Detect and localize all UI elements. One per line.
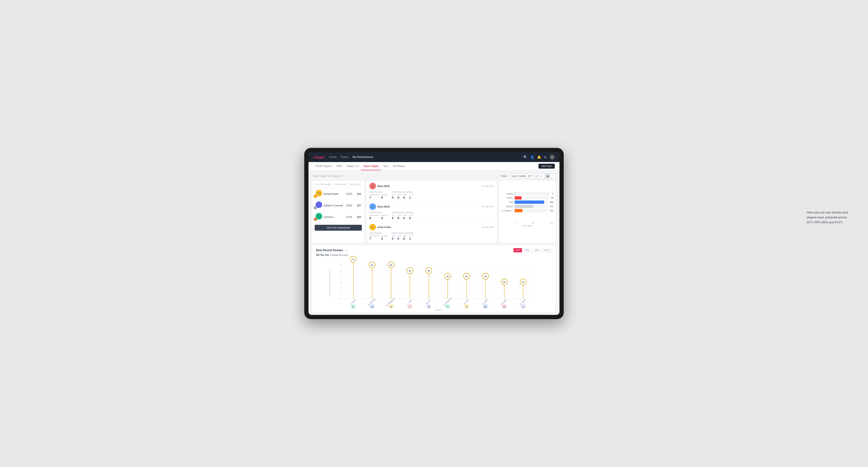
player-name: Josh Coles (377, 226, 480, 228)
player-score: 18/20 (345, 204, 353, 207)
avatar-wrapper: EC 2 (316, 201, 322, 210)
add-team-button[interactable]: Add Team (538, 164, 555, 168)
arg-val: 0 (403, 237, 407, 240)
nav-links: Home Teams My Performance (329, 154, 519, 160)
view-full-leaderboard-button[interactable]: View Full Leaderboard (315, 225, 362, 231)
subnav-all-players[interactable]: All Players (391, 162, 408, 170)
show-controls: Show Last 3 months ⊞ ≡ ▦ ⋮ (501, 173, 556, 179)
circle-icon[interactable]: ⊕ (544, 155, 547, 159)
app-val: 0 (398, 237, 401, 240)
svg-text:2: 2 (340, 286, 341, 289)
team-title: Team Clippd 14 Players ✎ (312, 175, 344, 178)
svg-text:6: 6 (340, 264, 341, 266)
player-score: 17/20 (345, 216, 353, 218)
subnav-team-clippd[interactable]: Team Clippd (361, 162, 381, 170)
bar-label: Eagles (501, 192, 513, 195)
person-icon[interactable]: 👤 (530, 155, 534, 159)
player-avg: 103 (355, 216, 361, 218)
app-val: 0 (398, 196, 401, 199)
streak-filter-buttons: OTT APP ARG PUTT (514, 248, 552, 252)
player-score: 19/20 (345, 193, 353, 195)
putt-val: 0 (409, 216, 414, 220)
table-row[interactable]: EC 2 Edward Crossman 18/20 107 (315, 200, 362, 211)
subnav-hcaps[interactable]: Hcaps 1-5 (344, 162, 361, 170)
bar-fill (515, 200, 544, 204)
show-label: Show (501, 175, 507, 177)
chart-panel: Eagles 3 Birdies 96 (499, 181, 556, 243)
player-date: 02 Sep 2023 (482, 185, 494, 187)
player-card: RB Rees Britt 02 Sep 2023 Total Rounds T… (367, 201, 497, 222)
bar-value: 499 (550, 201, 553, 203)
nav-teams[interactable]: Teams (340, 154, 349, 160)
user-avatar[interactable]: U (550, 154, 555, 160)
period-select[interactable]: Last 3 months (509, 174, 532, 178)
bar-row-bogeys: Bogeys 311 (501, 205, 553, 208)
app-logo: clippd (313, 155, 324, 159)
players-count: 14 Players (328, 175, 340, 177)
player-card: JC Josh Coles 26 Aug 2023 Total Rounds T… (367, 222, 497, 243)
tablet-frame: clippd Home Teams My Performance 🔍 👤 🔔 ⊕… (304, 148, 564, 319)
subnav-pga[interactable]: PGA (334, 162, 344, 170)
svg-text:5x: 5x (428, 270, 430, 272)
app-val: 0 (398, 216, 401, 220)
search-icon[interactable]: 🔍 (523, 155, 527, 159)
ott-val: 0 (392, 196, 396, 199)
lb-col-player: PLAYER NAME (316, 183, 331, 186)
panels-row: PLAYER NAME PB SCORE PB AVG SQ RB 1 Rich… (312, 181, 556, 243)
svg-text:5: 5 (340, 270, 341, 272)
grid-view-button[interactable]: ⊞ (533, 173, 539, 179)
bar-value: 3 (552, 192, 553, 195)
filter-arg-button[interactable]: ARG (532, 248, 541, 252)
bar-value: 311 (550, 205, 553, 208)
table-view-button[interactable]: ⋮ (551, 173, 556, 179)
bar-value: 96 (551, 197, 553, 199)
subnav-tour[interactable]: Tour (381, 162, 391, 170)
tournament-val: 7 (369, 237, 379, 240)
nav-home[interactable]: Home (329, 154, 337, 160)
nav-bar: clippd Home Teams My Performance 🔍 👤 🔔 ⊕… (309, 152, 559, 162)
rounds-label: Total Rounds (369, 211, 388, 214)
streak-chart: Best Streak, Fairway Accuracy 0 1 2 (316, 259, 552, 308)
player-avg: 110 (355, 193, 361, 195)
nav-my-performance[interactable]: My Performance (352, 154, 373, 160)
nav-icons: 🔍 👤 🔔 ⊕ U (523, 154, 555, 160)
svg-text:4x: 4x (446, 275, 449, 278)
bar-row-eagles: Eagles 3 (501, 192, 553, 195)
rounds-label: Total Rounds (369, 191, 388, 193)
ott-val: 0 (392, 237, 396, 240)
table-row[interactable]: CA 3 Cameron... 17/20 103 (315, 211, 362, 223)
streaks-subtitle: Off The Tee, Fairway Accuracy (316, 254, 552, 256)
table-row[interactable]: RB 1 Richard Butler 19/20 110 (315, 188, 362, 200)
bell-icon[interactable]: 🔔 (537, 155, 541, 159)
card-view-button[interactable]: ▦ (545, 173, 550, 179)
svg-text:3: 3 (340, 281, 341, 283)
list-view-button[interactable]: ≡ (539, 173, 545, 179)
leaderboard-panel: PLAYER NAME PB SCORE PB AVG SQ RB 1 Rich… (312, 181, 364, 243)
filter-putt-button[interactable]: PUTT (542, 248, 552, 252)
filter-app-button[interactable]: APP (523, 248, 531, 252)
arg-val: 0 (403, 216, 407, 220)
svg-text:EE: EE (352, 306, 355, 308)
svg-text:6x: 6x (390, 264, 392, 266)
svg-text:4x: 4x (465, 275, 468, 278)
avatar-wrapper: RB 1 (316, 190, 322, 198)
svg-text:4: 4 (340, 275, 341, 277)
player-card: RB Rees Britt 02 Sep 2023 Total Rounds T… (367, 181, 497, 201)
player-name: Richard Butler (323, 193, 343, 195)
filter-ott-button[interactable]: OTT (514, 248, 522, 252)
practice-label: Total Practice Activities (392, 211, 414, 214)
annotation-text: Here you can see streaks your players ha… (807, 210, 854, 225)
svg-text:MM: MM (484, 306, 487, 308)
subnav-pgat[interactable]: PGAT Players (313, 162, 334, 170)
bar-row-pars: Pars 499 (501, 200, 553, 204)
player-name: Rees Britt (377, 205, 480, 208)
bar-label: D. Bogeys + (501, 210, 513, 212)
edit-icon[interactable]: ✎ (342, 175, 344, 178)
svg-text:Players: Players (435, 309, 442, 311)
y-axis-label: Best Streak, Fairway Accuracy (329, 271, 331, 296)
rounds-label: Total Rounds (369, 232, 388, 234)
arrow-icon: ← (344, 248, 348, 252)
lb-col-avg: PB AVG SQ (349, 183, 361, 186)
svg-text:RB: RB (427, 306, 430, 308)
player-name: Edward Crossman (323, 204, 343, 207)
